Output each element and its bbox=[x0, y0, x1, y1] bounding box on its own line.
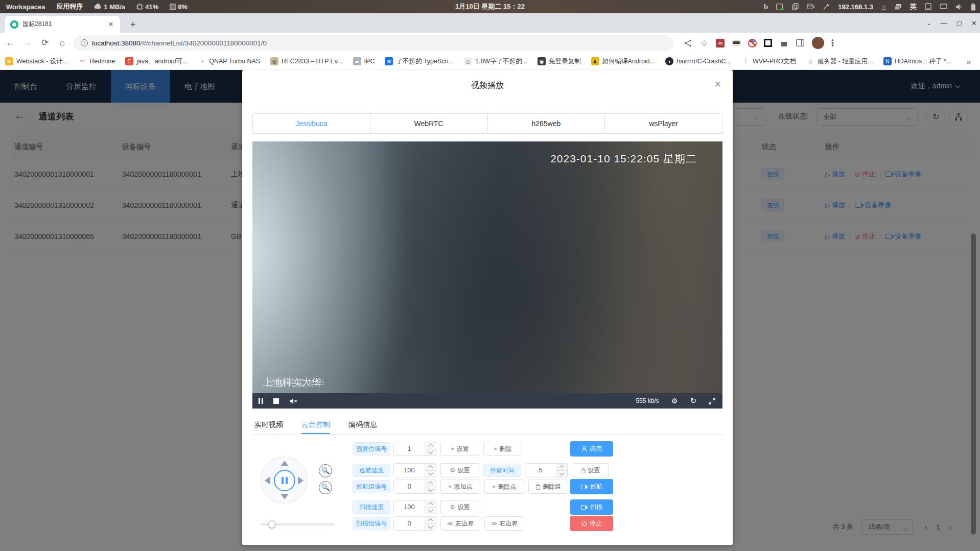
extension-frame-icon[interactable] bbox=[764, 39, 772, 47]
volume-muted-icon[interactable] bbox=[289, 398, 297, 404]
refresh-stream-icon[interactable]: ↻ bbox=[690, 396, 696, 405]
tab-live-video[interactable]: 实时视频 bbox=[254, 415, 283, 434]
bookmark-wvp-doc[interactable]: ᛏWVP-PRO文档 bbox=[741, 57, 796, 66]
back-button[interactable]: ← bbox=[3, 36, 17, 50]
extension-useragent-icon[interactable] bbox=[732, 40, 741, 46]
window-maximize-button[interactable]: ▢ bbox=[956, 19, 962, 27]
bookmarks-overflow-icon[interactable]: » bbox=[967, 57, 975, 66]
stop-playback-button[interactable] bbox=[273, 398, 279, 404]
bookmark-hdatmos[interactable]: NHDAtmos :: 种子 *... bbox=[883, 57, 951, 66]
share-icon[interactable] bbox=[683, 38, 692, 47]
add-point-button[interactable]: ⌖添加点 bbox=[440, 480, 480, 494]
tab-wsplayer[interactable]: wsPlayer bbox=[604, 114, 722, 133]
stay-time-stepper[interactable] bbox=[556, 463, 568, 477]
stay-time-input[interactable]: 5 bbox=[525, 463, 556, 477]
browser-home-button[interactable]: ⌂ bbox=[55, 36, 69, 50]
cruise-group-stepper[interactable] bbox=[425, 480, 436, 494]
dialog-close-icon[interactable]: ✕ bbox=[714, 79, 721, 90]
ptz-direction-pad[interactable] bbox=[261, 457, 308, 504]
window-close-button[interactable]: ✕ bbox=[971, 19, 977, 27]
preset-delete-button[interactable]: ⌖删除 bbox=[483, 442, 522, 456]
scan-speed-set-button[interactable]: ⚙设置 bbox=[440, 500, 479, 514]
window-switch-tray-icon[interactable] bbox=[894, 4, 902, 10]
video-player[interactable]: 2023-01-10 15:22:05 星期二 上地科实大华 555 kb/s … bbox=[252, 141, 722, 409]
tab-close-icon[interactable]: ✕ bbox=[107, 20, 115, 28]
scan-speed-stepper[interactable] bbox=[425, 500, 436, 514]
profile-avatar[interactable] bbox=[812, 37, 824, 49]
volume-tray-icon[interactable] bbox=[955, 4, 963, 10]
screenshot-tray-icon[interactable] bbox=[776, 4, 784, 10]
bookmark-webstack[interactable]: ≋Webstack - 设计... bbox=[5, 57, 68, 66]
zoom-out-button[interactable]: 🔍− bbox=[319, 481, 332, 494]
bookmark-zhihu-ts[interactable]: 知了不起的 TypeScri... bbox=[385, 57, 454, 66]
extension-adblock-icon[interactable] bbox=[748, 39, 757, 47]
scan-group-input[interactable]: 0 bbox=[393, 516, 425, 531]
preset-call-button[interactable]: 调用 bbox=[570, 441, 613, 457]
browser-tab[interactable]: 国标28181 ✕ bbox=[5, 16, 120, 33]
bookmark-rfc2833[interactable]: ◍RFC2833 – RTP Ev... bbox=[270, 57, 343, 65]
ptz-up-arrow[interactable] bbox=[281, 461, 289, 466]
scan-group-stepper[interactable] bbox=[425, 516, 436, 531]
scan-speed-input[interactable]: 100 bbox=[393, 500, 425, 514]
applications-menu[interactable]: 应用程序 bbox=[56, 2, 83, 11]
browser-menu-icon[interactable]: ••• bbox=[831, 39, 834, 47]
delete-point-button[interactable]: ⌖删除点 bbox=[484, 480, 524, 494]
cruise-speed-input[interactable]: 100 bbox=[393, 463, 425, 477]
ptz-left-arrow[interactable] bbox=[265, 476, 270, 485]
tab-jessibuca[interactable]: Jessibuca bbox=[253, 114, 370, 133]
pause-button[interactable] bbox=[259, 398, 263, 404]
bookmark-folder-ipc[interactable]: ▰IPC bbox=[353, 57, 375, 65]
cruise-group-input[interactable]: 0 bbox=[393, 480, 425, 494]
bookmark-server[interactable]: ◇服务器 - 轻量应用... bbox=[806, 57, 873, 66]
tablet-tray-icon[interactable] bbox=[925, 3, 931, 10]
bing-tray-icon[interactable]: b bbox=[764, 3, 768, 11]
bookmark-android-build[interactable]: ♟如何编译Android... bbox=[591, 57, 656, 66]
ptz-down-arrow[interactable] bbox=[281, 494, 289, 499]
zoom-in-button[interactable]: 🔍+ bbox=[319, 464, 332, 477]
cruise-button[interactable]: 巡航 bbox=[570, 479, 613, 494]
left-boundary-button[interactable]: ≪左边界 bbox=[440, 516, 480, 531]
input-method-indicator[interactable]: 英 bbox=[910, 2, 917, 11]
extensions-puzzle-icon[interactable] bbox=[779, 38, 788, 47]
preset-number-stepper[interactable] bbox=[425, 442, 436, 456]
tab-h265web[interactable]: h265web bbox=[487, 114, 605, 133]
scan-button[interactable]: 扫描 bbox=[570, 499, 613, 515]
new-tab-button[interactable]: + bbox=[127, 18, 139, 31]
battery-tray-icon[interactable] bbox=[971, 3, 976, 11]
workspaces-button[interactable]: Workspaces bbox=[6, 3, 45, 11]
forward-button[interactable]: → bbox=[20, 36, 35, 50]
bookmark-github[interactable]: ◖hairrrrr/C-CrashC... bbox=[665, 57, 731, 65]
tab-webrtc[interactable]: WebRTC bbox=[370, 114, 487, 133]
bookmark-copy[interactable]: ◉免登录复制 bbox=[538, 57, 581, 66]
clipboard-tray-icon[interactable] bbox=[792, 3, 799, 10]
site-info-icon[interactable]: i bbox=[81, 39, 88, 46]
bookmark-redmine[interactable]: ◠Redmine bbox=[78, 57, 115, 65]
cruise-speed-stepper[interactable] bbox=[425, 463, 436, 477]
tab-ptz-control[interactable]: 云台控制 bbox=[301, 415, 330, 434]
bookmark-qnap[interactable]: ◔QNAP Turbo NAS bbox=[198, 57, 260, 65]
ptz-right-arrow[interactable] bbox=[298, 476, 304, 485]
coffee-tray-icon[interactable] bbox=[807, 4, 814, 10]
home-tray-icon[interactable]: ⌂ bbox=[881, 3, 886, 11]
tab-search-icon[interactable]: ⌄ bbox=[927, 20, 931, 27]
snapshot-settings-icon[interactable]: ⚙ bbox=[671, 397, 678, 405]
display-tray-icon[interactable] bbox=[940, 4, 947, 10]
bookmark-18w[interactable]: ◶1.8W字了不起的... bbox=[464, 57, 527, 66]
extension-js-icon[interactable]: JS bbox=[716, 39, 725, 47]
cruise-speed-set-button[interactable]: ⚙设置 bbox=[440, 463, 479, 477]
slider-handle[interactable] bbox=[268, 520, 276, 529]
right-boundary-button[interactable]: ≫右边界 bbox=[484, 516, 524, 531]
bookmark-star-icon[interactable]: ☆ bbox=[699, 38, 709, 47]
fullscreen-icon[interactable] bbox=[709, 398, 715, 404]
tab-encoding-info[interactable]: 编码信息 bbox=[348, 415, 377, 434]
bookmark-csdn[interactable]: Cjava、android可... bbox=[125, 57, 188, 66]
side-panel-icon[interactable] bbox=[796, 38, 805, 47]
preset-set-button[interactable]: ⌖设置 bbox=[440, 442, 479, 456]
ip-address[interactable]: 192.168.1.3 bbox=[838, 3, 873, 11]
window-minimize-button[interactable]: — bbox=[941, 19, 947, 27]
ptz-speed-slider[interactable] bbox=[261, 523, 335, 525]
tool-tray-icon[interactable] bbox=[823, 3, 830, 10]
delete-group-button[interactable]: 删除组 bbox=[528, 480, 568, 494]
preset-number-input[interactable]: 1 bbox=[393, 442, 425, 456]
reload-button[interactable]: ⟳ bbox=[38, 36, 52, 50]
